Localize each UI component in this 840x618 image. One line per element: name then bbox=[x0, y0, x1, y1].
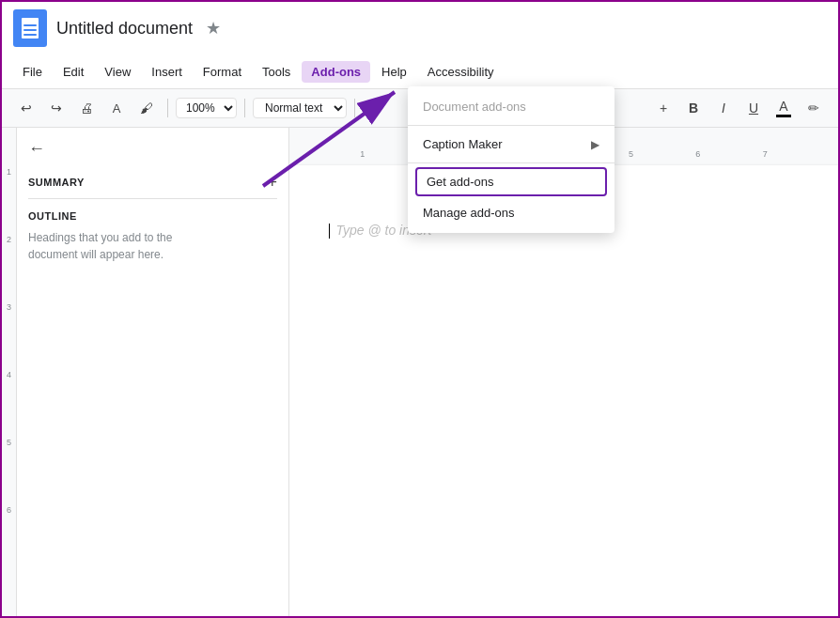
toolbar-separator-2 bbox=[244, 99, 245, 117]
menu-format[interactable]: Format bbox=[194, 61, 251, 83]
font-color-button[interactable]: A bbox=[770, 95, 797, 121]
toolbar-separator-1 bbox=[167, 99, 168, 117]
title-bar: Untitled document ★ bbox=[2, 2, 838, 54]
ruler-num-5: 5 bbox=[2, 436, 16, 503]
ruler-h-7: 7 bbox=[732, 149, 799, 159]
print-button[interactable]: 🖨 bbox=[73, 95, 100, 121]
font-color-indicator: A bbox=[776, 99, 791, 117]
dropdown-item-doc-addons: Document add-ons bbox=[408, 92, 614, 121]
menu-view[interactable]: View bbox=[95, 61, 140, 83]
ruler-num-3: 3 bbox=[2, 301, 16, 368]
addons-dropdown: Document add-ons Caption Maker ▶ Get add… bbox=[408, 86, 614, 233]
doc-icon-line bbox=[23, 24, 37, 26]
doc-icon-line bbox=[23, 34, 37, 36]
summary-add-button[interactable]: + bbox=[267, 174, 277, 191]
undo-button[interactable]: ↩ bbox=[13, 95, 39, 121]
ruler-num-1: 1 bbox=[2, 165, 16, 233]
zoom-select[interactable]: 100% bbox=[176, 98, 237, 118]
style-select[interactable]: Normal text bbox=[253, 98, 347, 118]
ruler-h-6: 6 bbox=[664, 149, 731, 159]
dropdown-item-get-addons[interactable]: Get add-ons bbox=[415, 167, 607, 196]
document-title[interactable]: Untitled document bbox=[56, 19, 193, 39]
sidebar-panel: ← SUMMARY + OUTLINE Headings that you ad… bbox=[17, 128, 289, 618]
ruler-num-2: 2 bbox=[2, 233, 16, 301]
menu-tools[interactable]: Tools bbox=[253, 61, 300, 83]
menu-accessibility[interactable]: Accessibility bbox=[418, 61, 504, 83]
summary-section-header: SUMMARY + bbox=[28, 174, 277, 199]
menu-addons[interactable]: Add-ons bbox=[302, 61, 370, 83]
chevron-right-icon: ▶ bbox=[591, 138, 599, 151]
outline-section: OUTLINE Headings that you add to thedocu… bbox=[28, 210, 277, 263]
left-ruler: 1 2 3 4 5 6 bbox=[2, 128, 17, 618]
manage-addons-label: Manage add-ons bbox=[423, 206, 515, 220]
dropdown-separator-2 bbox=[408, 162, 614, 163]
bold-button[interactable]: B bbox=[680, 95, 707, 121]
ruler-h-1: 1 bbox=[329, 149, 396, 159]
doc-icon-line bbox=[23, 29, 37, 31]
highlight-button[interactable]: ✏ bbox=[801, 95, 827, 121]
dropdown-item-caption-maker[interactable]: Caption Maker ▶ bbox=[408, 130, 614, 159]
outline-title: OUTLINE bbox=[28, 210, 277, 222]
redo-button[interactable]: ↪ bbox=[43, 95, 70, 121]
outline-placeholder: Headings that you add to thedocument wil… bbox=[28, 229, 277, 263]
doc-addons-label: Document add-ons bbox=[423, 100, 526, 114]
ruler-num-6: 6 bbox=[2, 503, 16, 571]
dropdown-separator-1 bbox=[408, 125, 614, 126]
ruler-numbers: 1 2 3 4 5 6 bbox=[2, 128, 16, 571]
text-cursor bbox=[329, 224, 330, 239]
color-bar bbox=[776, 115, 791, 117]
star-icon[interactable]: ★ bbox=[206, 18, 221, 39]
menu-edit[interactable]: Edit bbox=[54, 61, 93, 83]
ruler-num-4: 4 bbox=[2, 368, 16, 436]
font-color-label: A bbox=[779, 99, 787, 114]
toolbar-separator-3 bbox=[354, 99, 355, 117]
underline-button[interactable]: U bbox=[740, 95, 767, 121]
italic-button[interactable]: I bbox=[710, 95, 737, 121]
caption-maker-label: Caption Maker bbox=[423, 137, 503, 151]
spellcheck-button[interactable]: A bbox=[103, 95, 130, 121]
app-icon bbox=[13, 9, 47, 47]
sidebar-content: ← SUMMARY + OUTLINE Headings that you ad… bbox=[17, 128, 288, 618]
dropdown-item-manage-addons[interactable]: Manage add-ons bbox=[408, 198, 614, 227]
get-addons-label: Get add-ons bbox=[427, 175, 494, 189]
menu-insert[interactable]: Insert bbox=[142, 61, 192, 83]
summary-title: SUMMARY bbox=[28, 177, 85, 188]
format-paint-button[interactable]: 🖌 bbox=[133, 95, 160, 121]
menu-help[interactable]: Help bbox=[372, 61, 416, 83]
doc-icon-lines bbox=[23, 24, 37, 36]
insert-button[interactable]: + bbox=[650, 95, 677, 121]
menu-file[interactable]: File bbox=[13, 61, 52, 83]
back-button[interactable]: ← bbox=[28, 139, 45, 159]
menu-bar: File Edit View Insert Format Tools Add-o… bbox=[2, 54, 838, 88]
document-page[interactable]: Type @ to insert bbox=[289, 165, 838, 616]
